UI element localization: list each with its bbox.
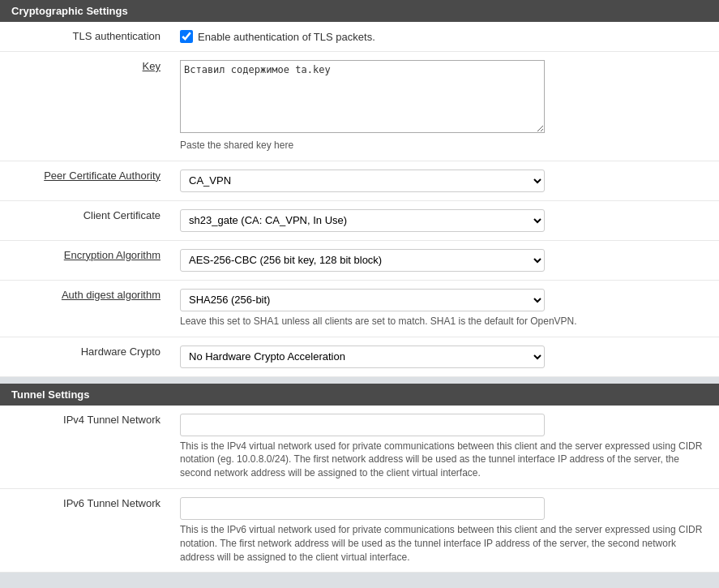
hardware-crypto-row: Hardware Crypto No Hardware Crypto Accel… bbox=[0, 337, 719, 376]
ipv4-tunnel-hint: This is the IPv4 virtual network used fo… bbox=[180, 440, 707, 480]
encryption-algo-select[interactable]: AES-256-CBC (256 bit key, 128 bit block) bbox=[180, 249, 545, 272]
auth-digest-value-cell: SHA256 (256-bit) Leave this set to SHA1 … bbox=[170, 280, 719, 337]
tls-auth-label: TLS authentication bbox=[0, 22, 170, 52]
ipv6-tunnel-row: IPv6 Tunnel Network This is the IPv6 vir… bbox=[0, 488, 719, 572]
client-cert-value-cell: sh23_gate (CA: CA_VPN, In Use) bbox=[170, 200, 719, 240]
ipv6-tunnel-hint: This is the IPv6 virtual network used fo… bbox=[180, 523, 707, 564]
tls-auth-value-cell: Enable authentication of TLS packets. bbox=[170, 22, 719, 51]
cryptographic-form-table: TLS authentication Enable authentication… bbox=[0, 22, 719, 377]
tunnel-settings-header: Tunnel Settings bbox=[0, 384, 719, 406]
key-hint: Paste the shared key here bbox=[180, 139, 707, 152]
tls-auth-checkbox[interactable] bbox=[180, 30, 193, 43]
peer-ca-row: Peer Certificate Authority CA_VPN bbox=[0, 161, 719, 200]
auth-digest-select[interactable]: SHA256 (256-bit) bbox=[180, 289, 545, 311]
peer-ca-label: Peer Certificate Authority bbox=[0, 161, 170, 200]
tls-auth-checkbox-text: Enable authentication of TLS packets. bbox=[198, 31, 375, 43]
ipv6-tunnel-value-cell: This is the IPv6 virtual network used fo… bbox=[170, 488, 719, 572]
auth-digest-hint: Leave this set to SHA1 unless all client… bbox=[180, 315, 707, 328]
cryptographic-settings-header: Cryptographic Settings bbox=[0, 0, 719, 22]
peer-ca-value-cell: CA_VPN bbox=[170, 161, 719, 200]
key-label: Key bbox=[0, 52, 170, 161]
ipv4-tunnel-input[interactable] bbox=[180, 414, 545, 436]
client-cert-label: Client Certificate bbox=[0, 200, 170, 240]
tls-auth-row: TLS authentication Enable authentication… bbox=[0, 22, 719, 52]
client-cert-row: Client Certificate sh23_gate (CA: CA_VPN… bbox=[0, 200, 719, 240]
peer-ca-select[interactable]: CA_VPN bbox=[180, 170, 545, 192]
tunnel-form-table: IPv4 Tunnel Network This is the IPv4 vir… bbox=[0, 406, 719, 573]
encryption-algo-label: Encryption Algorithm bbox=[0, 240, 170, 280]
auth-digest-row: Auth digest algorithm SHA256 (256-bit) L… bbox=[0, 280, 719, 337]
client-cert-select[interactable]: sh23_gate (CA: CA_VPN, In Use) bbox=[180, 209, 545, 232]
ipv4-tunnel-row: IPv4 Tunnel Network This is the IPv4 vir… bbox=[0, 406, 719, 489]
ipv6-tunnel-label: IPv6 Tunnel Network bbox=[0, 488, 170, 572]
hardware-crypto-select[interactable]: No Hardware Crypto Acceleration bbox=[180, 346, 545, 368]
tls-auth-checkbox-label[interactable]: Enable authentication of TLS packets. bbox=[180, 30, 375, 43]
encryption-algo-row: Encryption Algorithm AES-256-CBC (256 bi… bbox=[0, 240, 719, 280]
auth-digest-label: Auth digest algorithm bbox=[0, 280, 170, 337]
ipv4-tunnel-value-cell: This is the IPv4 virtual network used fo… bbox=[170, 406, 719, 489]
cryptographic-settings-section: Cryptographic Settings TLS authenticatio… bbox=[0, 0, 719, 377]
key-textarea[interactable]: Вставил содержимое ta.key bbox=[180, 60, 545, 133]
hardware-crypto-value-cell: No Hardware Crypto Acceleration bbox=[170, 337, 719, 376]
key-value-cell: Вставил содержимое ta.key Paste the shar… bbox=[170, 52, 719, 161]
hardware-crypto-label: Hardware Crypto bbox=[0, 337, 170, 376]
ipv4-tunnel-label: IPv4 Tunnel Network bbox=[0, 406, 170, 489]
ipv6-tunnel-input[interactable] bbox=[180, 497, 545, 520]
tunnel-settings-section: Tunnel Settings IPv4 Tunnel Network This… bbox=[0, 384, 719, 573]
key-row: Key Вставил содержимое ta.key Paste the … bbox=[0, 52, 719, 161]
encryption-algo-value-cell: AES-256-CBC (256 bit key, 128 bit block) bbox=[170, 240, 719, 280]
